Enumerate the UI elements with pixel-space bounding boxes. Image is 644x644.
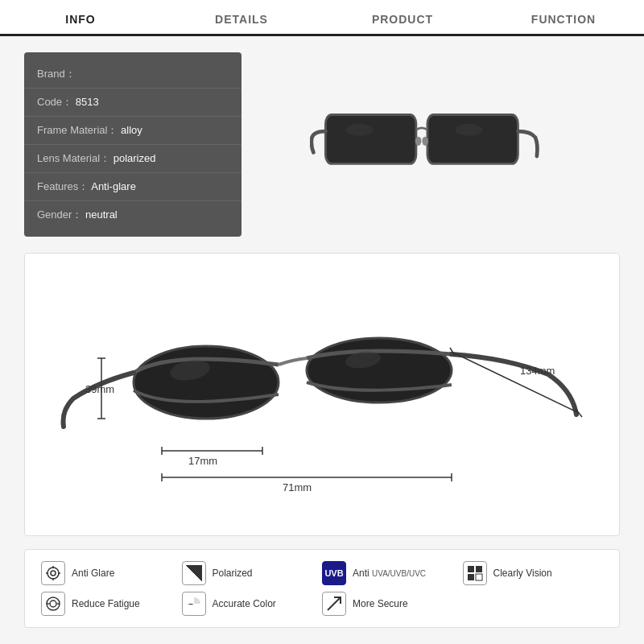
accurate-color-icon bbox=[182, 592, 206, 616]
more-secure-label: More Secure bbox=[353, 598, 408, 609]
specs-box: Brand： Code： 8513 Frame Material： alloy … bbox=[24, 52, 242, 237]
reduce-fatigue-label: Reduce Fatigue bbox=[72, 598, 140, 609]
main-content: Brand： Code： 8513 Frame Material： alloy … bbox=[0, 36, 644, 644]
info-section: Brand： Code： 8513 Frame Material： alloy … bbox=[24, 52, 620, 237]
spec-lens: Lens Material： polarized bbox=[24, 145, 242, 173]
svg-text:17mm: 17mm bbox=[188, 455, 217, 467]
feature-more-secure: More Secure bbox=[322, 592, 463, 616]
feature-anti-glare: Anti Glare bbox=[41, 561, 182, 585]
svg-line-43 bbox=[328, 597, 341, 610]
svg-rect-36 bbox=[476, 566, 482, 572]
svg-text:39mm: 39mm bbox=[85, 383, 114, 395]
accurate-color-label: Accurate Color bbox=[213, 598, 276, 609]
spec-features: Features： Anti-glare bbox=[24, 173, 242, 201]
svg-rect-37 bbox=[468, 574, 474, 580]
svg-point-2 bbox=[415, 136, 422, 145]
svg-point-26 bbox=[47, 568, 59, 579]
reduce-fatigue-icon bbox=[41, 592, 65, 616]
features-strip: Anti Glare Polarized UVB Anti UVA/UVB/UV… bbox=[24, 549, 620, 628]
dimensions-container: 39mm 17mm 71mm 134mm bbox=[57, 278, 587, 511]
anti-glare-icon bbox=[41, 561, 65, 585]
feature-polarized: Polarized bbox=[182, 561, 323, 585]
feature-clearly-vision: Clearly Vision bbox=[463, 561, 604, 585]
nav-tabs: INFO DETAILS PRODUCT FUNCTION bbox=[0, 0, 644, 36]
tab-details[interactable]: DETAILS bbox=[161, 5, 322, 34]
feature-accurate-color: Accurate Color bbox=[182, 592, 323, 616]
svg-rect-1 bbox=[427, 114, 518, 163]
glasses-perspective-svg: 39mm 17mm 71mm 134mm bbox=[57, 278, 605, 503]
tab-info[interactable]: INFO bbox=[0, 5, 161, 36]
glasses-top-svg bbox=[310, 85, 568, 205]
svg-rect-38 bbox=[476, 574, 482, 580]
uvb-icon: UVB bbox=[322, 561, 346, 585]
tab-product[interactable]: PRODUCT bbox=[322, 5, 483, 34]
svg-point-7 bbox=[307, 338, 452, 402]
spec-frame: Frame Material： alloy bbox=[24, 117, 242, 145]
feature-reduce-fatigue: Reduce Fatigue bbox=[41, 592, 182, 616]
polarized-icon bbox=[182, 561, 206, 585]
glasses-top-image bbox=[258, 52, 620, 237]
polarized-label: Polarized bbox=[213, 568, 253, 579]
spec-brand: Brand： bbox=[24, 60, 242, 89]
svg-text:134mm: 134mm bbox=[520, 365, 555, 377]
more-secure-icon bbox=[322, 592, 346, 616]
svg-point-4 bbox=[346, 123, 374, 135]
svg-point-27 bbox=[51, 571, 56, 576]
clearly-vision-label: Clearly Vision bbox=[493, 568, 552, 579]
anti-glare-label: Anti Glare bbox=[72, 568, 114, 579]
svg-point-5 bbox=[456, 123, 483, 135]
clearly-vision-icon bbox=[463, 561, 487, 585]
dimensions-section: 39mm 17mm 71mm 134mm bbox=[24, 253, 620, 536]
svg-point-40 bbox=[50, 601, 56, 607]
spec-gender: Gender： neutral bbox=[24, 201, 242, 229]
svg-text:71mm: 71mm bbox=[283, 481, 312, 493]
spec-code: Code： 8513 bbox=[24, 89, 242, 117]
svg-point-3 bbox=[422, 136, 428, 145]
tab-function[interactable]: FUNCTION bbox=[483, 5, 644, 34]
svg-rect-0 bbox=[325, 114, 416, 163]
feature-uvb: UVB Anti UVA/UVB/UVC bbox=[322, 561, 463, 585]
svg-rect-35 bbox=[468, 566, 474, 572]
uvb-label: Anti UVA/UVB/UVC bbox=[353, 568, 426, 579]
